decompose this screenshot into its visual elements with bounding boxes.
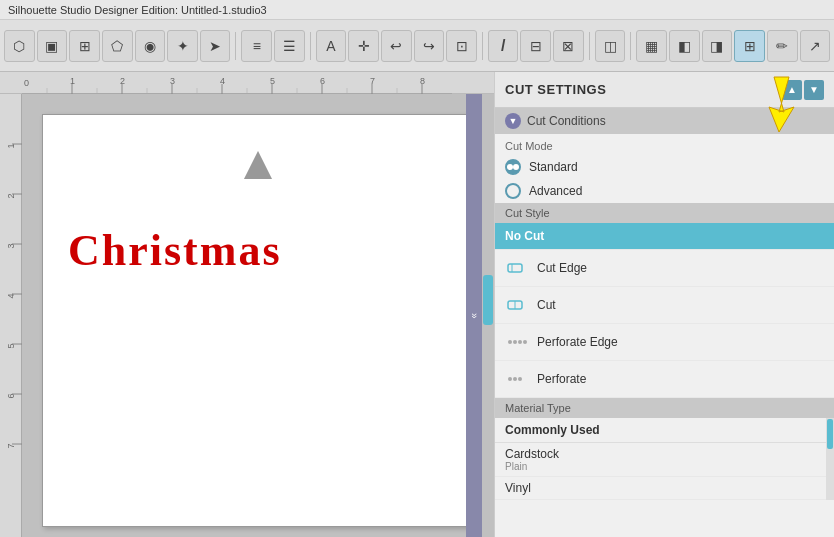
svg-point-51 xyxy=(513,377,517,381)
cut-edge-icon xyxy=(505,256,529,280)
toolbar-pen[interactable]: ✏ xyxy=(767,30,798,62)
canvas-with-ruler: 1 2 3 4 5 6 7 xyxy=(0,94,494,537)
material-scrollbar[interactable] xyxy=(826,418,834,500)
radio-standard-label: Standard xyxy=(529,160,578,174)
radio-advanced-circle xyxy=(505,183,521,199)
toolbar-lines[interactable]: ≡ xyxy=(241,30,272,62)
toolbar-slash[interactable]: / xyxy=(488,30,519,62)
toolbar-lines2[interactable]: ☰ xyxy=(274,30,305,62)
svg-point-52 xyxy=(518,377,522,381)
cut-style-label: Cut Style xyxy=(495,203,834,223)
canvas-content: » ▲ Christmas xyxy=(22,94,494,537)
toolbar-text[interactable]: A xyxy=(316,30,347,62)
material-cardstock[interactable]: Cardstock Plain xyxy=(495,443,826,477)
radio-advanced-label: Advanced xyxy=(529,184,582,198)
ruler-top: 0 1 2 3 4 5 6 7 8 xyxy=(0,72,494,94)
upload-arrow-icon: ▲ xyxy=(234,135,282,190)
panel-controls: ▲ ▼ xyxy=(782,80,824,100)
panel-title: CUT SETTINGS xyxy=(505,82,606,97)
radio-advanced[interactable]: Advanced xyxy=(495,179,834,203)
toolbar-square[interactable]: ▣ xyxy=(37,30,68,62)
ruler-left: 1 2 3 4 5 6 7 xyxy=(0,94,22,537)
toolbar-pentagon[interactable]: ⬠ xyxy=(102,30,133,62)
commonly-used-header: Commonly Used xyxy=(495,418,826,443)
canvas-page: ▲ Christmas xyxy=(42,114,474,527)
toolbar-redo[interactable]: ↪ xyxy=(414,30,445,62)
toolbar-grid2[interactable]: ⊞ xyxy=(734,30,765,62)
material-cardstock-name: Cardstock xyxy=(505,447,816,461)
cut-label: Cut xyxy=(537,298,556,312)
svg-point-50 xyxy=(508,377,512,381)
cut-settings-panel: CUT SETTINGS ▲ ▼ ▼ Cut Conditions Cut Mo… xyxy=(494,72,834,537)
separator-3 xyxy=(482,32,483,60)
separator-5 xyxy=(630,32,631,60)
toolbar-send[interactable]: ↗ xyxy=(800,30,831,62)
svg-rect-42 xyxy=(508,264,522,272)
canvas-area: 0 1 2 3 4 5 6 7 8 xyxy=(0,72,494,537)
toolbar-img3[interactable]: ◨ xyxy=(702,30,733,62)
separator-1 xyxy=(235,32,236,60)
cut-mode-label: Cut Mode xyxy=(495,134,834,155)
scrollbar-thumb[interactable] xyxy=(483,275,493,325)
cut-option-perforate-edge[interactable]: Perforate Edge xyxy=(495,324,834,361)
radio-standard[interactable]: Standard xyxy=(495,155,834,179)
material-scroll-area: Commonly Used Cardstock Plain Vinyl xyxy=(495,418,834,500)
separator-4 xyxy=(589,32,590,60)
svg-point-48 xyxy=(518,340,522,344)
toolbar-cross[interactable]: ✛ xyxy=(348,30,379,62)
panel-header: CUT SETTINGS ▲ ▼ xyxy=(495,72,834,108)
material-scrollbar-thumb[interactable] xyxy=(827,419,833,449)
perforate-edge-icon xyxy=(505,330,529,354)
titlebar-text: Silhouette Studio Designer Edition: Unti… xyxy=(8,4,267,16)
toolbar-fill[interactable]: ◫ xyxy=(595,30,626,62)
toolbar: ⬡ ▣ ⊞ ⬠ ◉ ✦ ➤ ≡ ☰ A ✛ ↩ ↪ ⊡ / ⊟ ⊠ ◫ ▦ ◧ … xyxy=(0,20,834,72)
svg-text:5: 5 xyxy=(270,76,275,86)
expand-panel-btn[interactable]: » xyxy=(466,94,482,537)
toolbar-img1[interactable]: ▦ xyxy=(636,30,667,62)
material-vinyl-name: Vinyl xyxy=(505,481,816,495)
cut-option-no-cut[interactable]: No Cut xyxy=(495,223,834,250)
svg-text:2: 2 xyxy=(120,76,125,86)
toolbar-img2[interactable]: ◧ xyxy=(669,30,700,62)
material-vinyl[interactable]: Vinyl xyxy=(495,477,826,500)
toolbar-circle[interactable]: ◉ xyxy=(135,30,166,62)
cut-icon xyxy=(505,293,529,317)
toolbar-grid[interactable]: ⊞ xyxy=(69,30,100,62)
toolbar-undo[interactable]: ↩ xyxy=(381,30,412,62)
svg-text:3: 3 xyxy=(170,76,175,86)
svg-text:6: 6 xyxy=(320,76,325,86)
cut-conditions-label: Cut Conditions xyxy=(527,114,606,128)
svg-point-46 xyxy=(508,340,512,344)
toolbar-arrow[interactable]: ➤ xyxy=(200,30,231,62)
separator-2 xyxy=(310,32,311,60)
panel-close-button[interactable]: ▼ xyxy=(804,80,824,100)
main-layout: 0 1 2 3 4 5 6 7 8 xyxy=(0,72,834,537)
toolbar-select[interactable]: ⬡ xyxy=(4,30,35,62)
cut-option-cut-edge[interactable]: Cut Edge xyxy=(495,250,834,287)
christmas-text: Christmas xyxy=(68,225,282,276)
vertical-scrollbar[interactable] xyxy=(482,94,494,537)
titlebar: Silhouette Studio Designer Edition: Unti… xyxy=(0,0,834,20)
perforate-label: Perforate xyxy=(537,372,586,386)
material-cardstock-sub: Plain xyxy=(505,461,816,472)
cut-option-no-cut-label: No Cut xyxy=(505,229,544,243)
cut-edge-label: Cut Edge xyxy=(537,261,587,275)
svg-text:8: 8 xyxy=(420,76,425,86)
panel-up-button[interactable]: ▲ xyxy=(782,80,802,100)
material-type-label: Material Type xyxy=(495,398,834,418)
cut-conditions-header: ▼ Cut Conditions xyxy=(495,108,834,134)
svg-text:4: 4 xyxy=(220,76,225,86)
perforate-icon xyxy=(505,367,529,391)
toolbar-transform[interactable]: ⊡ xyxy=(446,30,477,62)
toolbar-bracket[interactable]: ⊟ xyxy=(520,30,551,62)
perforate-edge-label: Perforate Edge xyxy=(537,335,618,349)
svg-point-47 xyxy=(513,340,517,344)
svg-text:7: 7 xyxy=(370,76,375,86)
toolbar-weld[interactable]: ⊠ xyxy=(553,30,584,62)
cut-option-perforate[interactable]: Perforate xyxy=(495,361,834,398)
material-list: Commonly Used Cardstock Plain Vinyl xyxy=(495,418,826,500)
svg-text:0: 0 xyxy=(24,78,29,88)
cut-option-cut[interactable]: Cut xyxy=(495,287,834,324)
toolbar-star[interactable]: ✦ xyxy=(167,30,198,62)
svg-text:1: 1 xyxy=(70,76,75,86)
